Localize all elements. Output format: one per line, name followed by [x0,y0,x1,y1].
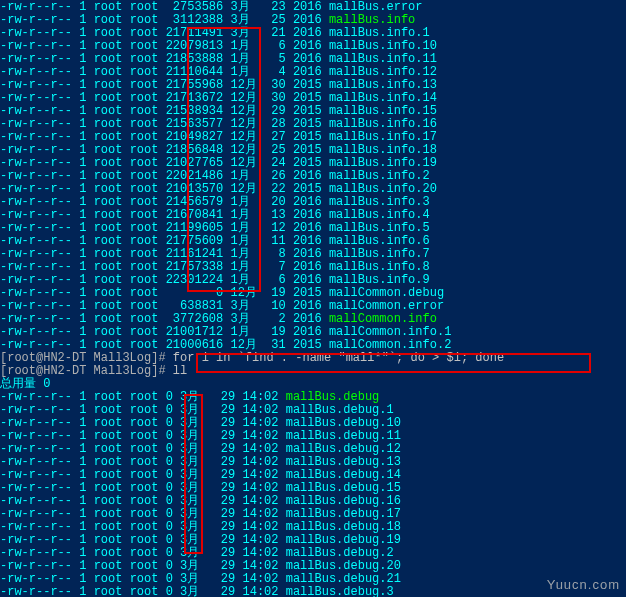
shell-prompt[interactable]: [root@HN2-DT Mall3Log]# ll [0,365,626,378]
list-item: -rw-r--r-- 1 root root 0 3月 29 14:02 mal… [0,586,626,597]
terminal-output[interactable]: -rw-r--r-- 1 root root 2753586 3月 23 201… [0,0,626,597]
watermark: Yuucn.com [547,578,620,591]
